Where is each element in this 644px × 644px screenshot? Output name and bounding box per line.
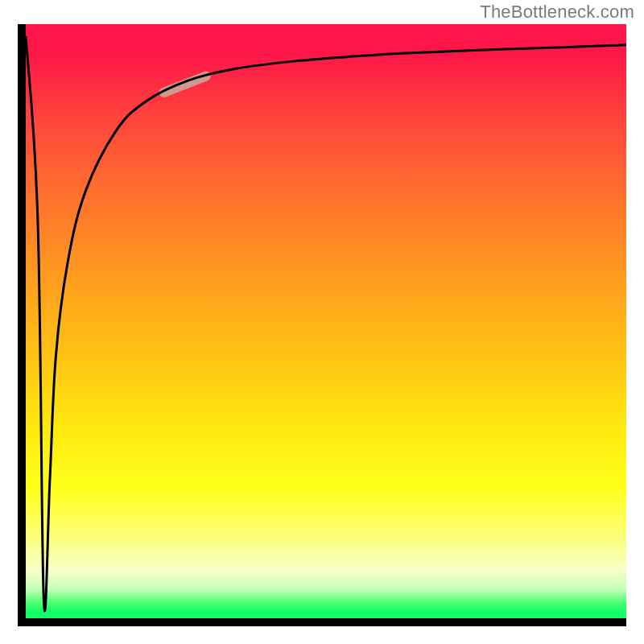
- x-axis: [18, 618, 626, 626]
- curve-layer: [26, 24, 626, 618]
- plot-area: [18, 24, 626, 626]
- attribution-label: TheBottleneck.com: [480, 2, 634, 23]
- curve-highlight: [164, 76, 206, 93]
- chart-canvas: TheBottleneck.com: [0, 0, 644, 644]
- y-axis: [18, 24, 26, 626]
- bottleneck-curve: [26, 36, 626, 611]
